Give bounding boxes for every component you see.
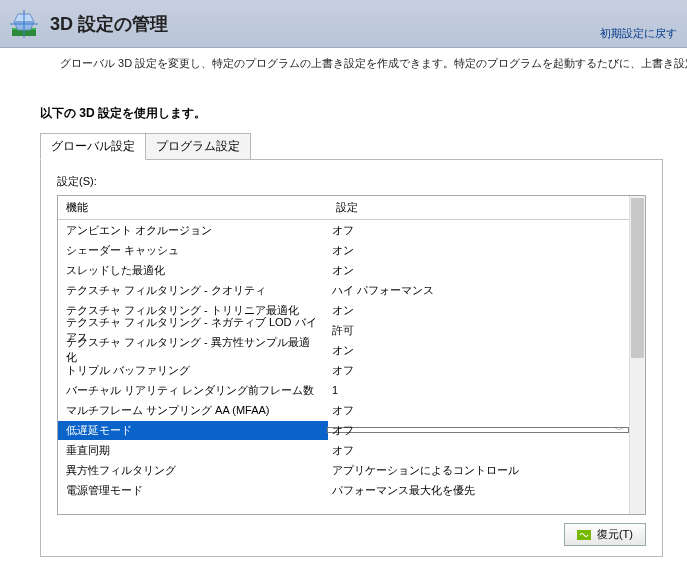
row-feature: トリプル バッファリング [58,361,328,380]
table-row[interactable]: 電源管理モードパフォーマンス最大化を優先 [58,480,629,500]
page-description: グローバル 3D 設定を変更し、特定のプログラムの上書き設定を作成できます。特定… [0,48,687,71]
row-value: オフ [328,401,629,420]
settings-label: 設定(S): [57,174,646,189]
table-row[interactable]: バーチャル リアリティ レンダリング前フレーム数1 [58,380,629,400]
reset-defaults-link[interactable]: 初期設定に戻す [600,26,677,41]
row-value[interactable]: オフ﹀ [328,428,629,432]
row-value: オン [328,301,629,320]
row-feature: 異方性フィルタリング [58,461,328,480]
chevron-down-icon: ﹀ [615,424,624,437]
table-row[interactable]: テクスチャ フィルタリング - 異方性サンプル最適化オン [58,340,629,360]
settings-table: 機能 設定 アンビエント オクルージョンオフシェーダー キャッシュオンスレッドし… [57,195,646,515]
row-value: 許可 [328,321,629,340]
row-value: ハイ パフォーマンス [328,281,629,300]
value-dropdown[interactable]: オフ﹀ [327,427,629,433]
row-feature: バーチャル リアリティ レンダリング前フレーム数 [58,381,328,400]
table-row[interactable]: 低遅延モードオフ﹀ [58,420,629,440]
col-header-value[interactable]: 設定 [328,196,629,219]
table-row[interactable]: トリプル バッファリングオフ [58,360,629,380]
tab-global[interactable]: グローバル設定 [40,133,146,160]
app-3d-icon [8,8,40,40]
table-row[interactable]: 異方性フィルタリングアプリケーションによるコントロール [58,460,629,480]
settings-panel: 設定(S): 機能 設定 アンビエント オクルージョンオフシェーダー キャッシュ… [40,159,663,557]
row-value: オン [328,261,629,280]
row-value: オン [328,241,629,260]
row-feature: 垂直同期 [58,441,328,460]
row-feature: 低遅延モード [58,421,328,440]
tabs: グローバル設定 プログラム設定 [40,132,663,159]
table-header: 機能 設定 [58,196,629,220]
row-feature: テクスチャ フィルタリング - クオリティ [58,281,328,300]
restore-button-label: 復元(T) [597,527,633,542]
col-header-feature[interactable]: 機能 [58,196,328,219]
row-feature: 電源管理モード [58,481,328,500]
table-row[interactable]: マルチフレーム サンプリング AA (MFAA)オフ [58,400,629,420]
row-feature: マルチフレーム サンプリング AA (MFAA) [58,401,328,420]
tab-program[interactable]: プログラム設定 [145,133,251,160]
row-value: アプリケーションによるコントロール [328,461,629,480]
table-row[interactable]: 垂直同期オフ [58,440,629,460]
nvidia-icon [577,530,591,540]
table-row[interactable]: スレッドした最適化オン [58,260,629,280]
section-label: 以下の 3D 設定を使用します。 [0,71,687,132]
row-feature: シェーダー キャッシュ [58,241,328,260]
dropdown-value: オフ [332,423,354,438]
scroll-thumb[interactable] [631,198,644,358]
row-feature: スレッドした最適化 [58,261,328,280]
header-bar: 3D 設定の管理 初期設定に戻す [0,0,687,48]
table-row[interactable]: アンビエント オクルージョンオフ [58,220,629,240]
row-value: 1 [328,382,629,398]
row-feature: アンビエント オクルージョン [58,221,328,240]
row-value: オフ [328,221,629,240]
table-row[interactable]: テクスチャ フィルタリング - クオリティハイ パフォーマンス [58,280,629,300]
row-value: オフ [328,361,629,380]
row-value: オン [328,341,629,360]
page-title: 3D 設定の管理 [50,12,168,36]
row-value: オフ [328,441,629,460]
restore-button[interactable]: 復元(T) [564,523,646,546]
row-value: パフォーマンス最大化を優先 [328,481,629,500]
scrollbar[interactable] [629,196,645,514]
table-row[interactable]: シェーダー キャッシュオン [58,240,629,260]
